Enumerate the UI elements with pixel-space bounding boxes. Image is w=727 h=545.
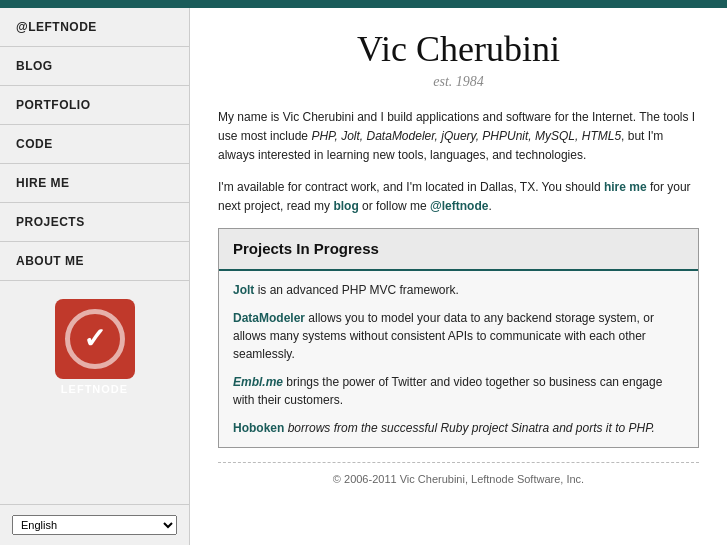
project-desc-jolt: is an advanced PHP MVC framework. bbox=[254, 283, 459, 297]
logo-inner: ✓ bbox=[65, 309, 125, 369]
main-body: My name is Vic Cherubini and I build app… bbox=[218, 108, 699, 489]
bio-p2-final: . bbox=[488, 199, 491, 213]
project-desc-emblme: brings the power of Twitter and video to… bbox=[233, 375, 662, 407]
project-name-jolt: Jolt bbox=[233, 283, 254, 297]
logo-text: LEFTNODE bbox=[61, 383, 128, 395]
page-subtitle: est. 1984 bbox=[218, 74, 699, 90]
sidebar-item-hireme[interactable]: HIRE ME bbox=[0, 164, 189, 203]
blog-link[interactable]: blog bbox=[333, 199, 358, 213]
project-item-hoboken: Hoboken borrows from the successful Ruby… bbox=[233, 419, 684, 437]
project-item-emblme: Embl.me brings the power of Twitter and … bbox=[233, 373, 684, 409]
main-content: Vic Cherubini est. 1984 My name is Vic C… bbox=[190, 8, 727, 545]
logo-box: ✓ bbox=[55, 299, 135, 379]
content-area: @LEFTNODE BLOG PORTFOLIO CODE HIRE ME PR… bbox=[0, 8, 727, 545]
bio-p2-start: I'm available for contract work, and I'm… bbox=[218, 180, 604, 194]
project-name-datamodeler: DataModeler bbox=[233, 311, 305, 325]
top-bar bbox=[0, 0, 727, 8]
footer: © 2006-2011 Vic Cherubini, Leftnode Soft… bbox=[218, 462, 699, 489]
language-select-area: English Spanish French German bbox=[0, 504, 189, 545]
sidebar-logo-area: ✓ LEFTNODE bbox=[0, 281, 189, 504]
page-title: Vic Cherubini bbox=[218, 28, 699, 70]
project-desc-hoboken: borrows from the successful Ruby project… bbox=[284, 421, 655, 435]
leftnode-link[interactable]: @leftnode bbox=[430, 199, 488, 213]
bio-paragraph-1: My name is Vic Cherubini and I build app… bbox=[218, 108, 699, 166]
bio-p2-end: or follow me bbox=[359, 199, 430, 213]
sidebar-item-code[interactable]: CODE bbox=[0, 125, 189, 164]
language-select[interactable]: English Spanish French German bbox=[12, 515, 177, 535]
hireme-link[interactable]: hire me bbox=[604, 180, 647, 194]
sidebar-item-aboutme[interactable]: ABOUT ME bbox=[0, 242, 189, 281]
sidebar-item-leftnode[interactable]: @LEFTNODE bbox=[0, 8, 189, 47]
sidebar-item-projects[interactable]: PROJECTS bbox=[0, 203, 189, 242]
sidebar-item-blog[interactable]: BLOG bbox=[0, 47, 189, 86]
sidebar-item-portfolio[interactable]: PORTFOLIO bbox=[0, 86, 189, 125]
project-item-datamodeler: DataModeler allows you to model your dat… bbox=[233, 309, 684, 363]
projects-box-title: Projects In Progress bbox=[219, 229, 698, 271]
project-name-emblme: Embl.me bbox=[233, 375, 283, 389]
logo-check-icon: ✓ bbox=[83, 325, 106, 353]
project-name-hoboken: Hoboken bbox=[233, 421, 284, 435]
bio-p1-tools: PHP, Jolt, DataModeler, jQuery, PHPUnit,… bbox=[311, 129, 621, 143]
sidebar: @LEFTNODE BLOG PORTFOLIO CODE HIRE ME PR… bbox=[0, 8, 190, 545]
projects-list: Jolt is an advanced PHP MVC framework. D… bbox=[219, 271, 698, 447]
project-item-jolt: Jolt is an advanced PHP MVC framework. bbox=[233, 281, 684, 299]
window: @LEFTNODE BLOG PORTFOLIO CODE HIRE ME PR… bbox=[0, 0, 727, 545]
projects-box: Projects In Progress Jolt is an advanced… bbox=[218, 228, 699, 448]
bio-paragraph-2: I'm available for contract work, and I'm… bbox=[218, 178, 699, 216]
